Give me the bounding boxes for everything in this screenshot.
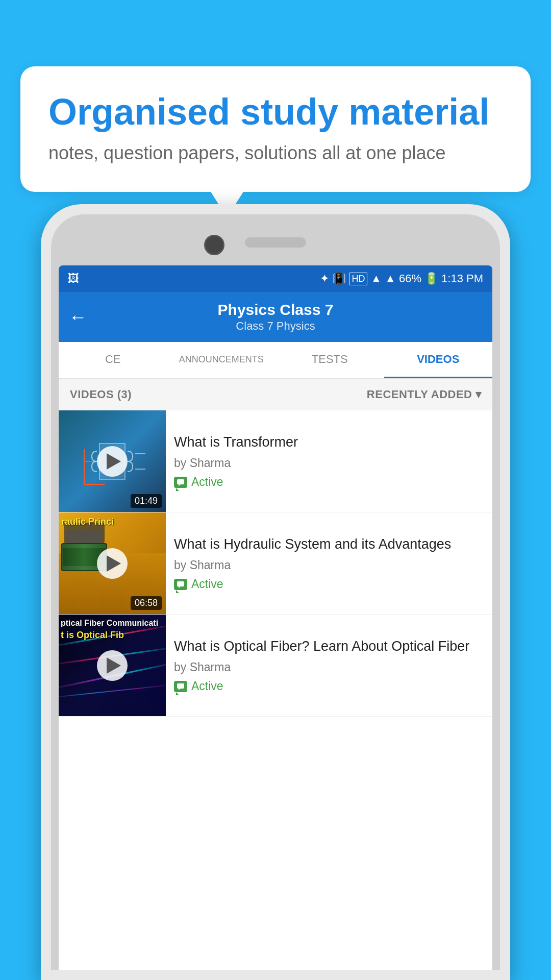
svg-marker-10: [179, 586, 181, 588]
hd-badge: HD: [349, 273, 367, 285]
svg-rect-7: [177, 479, 184, 484]
play-triangle-2: [107, 555, 121, 572]
top-navigation-bar: ← Physics Class 7 Class 7 Physics: [59, 292, 492, 342]
bluetooth-icon: ✦: [320, 272, 329, 285]
play-triangle-3: [107, 657, 121, 674]
video-author-2: by Sharma: [174, 558, 484, 572]
back-button[interactable]: ←: [69, 308, 87, 326]
chat-svg-2: [177, 581, 185, 588]
videos-count: VIDEOS (3): [70, 388, 132, 401]
top-bar-title-area: Physics Class 7 Class 7 Physics: [97, 301, 454, 333]
tab-videos[interactable]: VIDEOS: [384, 342, 493, 378]
play-button-2[interactable]: [97, 548, 128, 579]
phone-camera: [204, 235, 224, 255]
chat-svg-1: [177, 479, 185, 486]
video-item-1[interactable]: 01:49 What is Transformer by Sharma Acti…: [59, 410, 492, 512]
tab-tests[interactable]: TESTS: [276, 342, 384, 378]
videos-header: VIDEOS (3) RECENTLY ADDED ▾: [59, 379, 492, 410]
play-button-3[interactable]: [97, 650, 128, 681]
video-title-3: What is Optical Fiber? Learn About Optic…: [174, 638, 484, 655]
video-title-1: What is Transformer: [174, 433, 484, 451]
video-status-2: Active: [174, 577, 484, 591]
time-display: 1:13 PM: [441, 272, 483, 285]
phone-inner: 🖼 ✦ 📳 HD ▲ ▲ 66% 🔋 1:13 PM ← Physics Cla…: [51, 214, 500, 970]
wifi-icon: ▲: [370, 272, 382, 285]
breadcrumb: Class 7 Physics: [97, 320, 454, 333]
notification-icon: 🖼: [68, 272, 79, 285]
active-icon-1: [174, 477, 187, 488]
video-status-3: Active: [174, 679, 484, 693]
svg-marker-8: [179, 484, 181, 486]
video-status-1: Active: [174, 475, 484, 489]
video-info-1: What is Transformer by Sharma Active: [166, 410, 492, 512]
sort-label: RECENTLY ADDED: [367, 388, 472, 401]
status-bar: 🖼 ✦ 📳 HD ▲ ▲ 66% 🔋 1:13 PM: [59, 265, 492, 292]
svg-marker-12: [179, 689, 181, 690]
active-label-3: Active: [191, 679, 223, 693]
active-icon-3: [174, 681, 187, 692]
video-item-3[interactable]: ptical Fiber Communicati t is Optical Fi…: [59, 615, 492, 717]
video-list: 01:49 What is Transformer by Sharma Acti…: [59, 410, 492, 717]
video-thumb-2: raulic Princi 06:58: [59, 512, 166, 614]
duration-badge-2: 06:58: [131, 596, 162, 610]
active-label-2: Active: [191, 577, 223, 591]
phone-screen: 🖼 ✦ 📳 HD ▲ ▲ 66% 🔋 1:13 PM ← Physics Cla…: [59, 265, 492, 970]
tab-announcements[interactable]: ANNOUNCEMENTS: [167, 342, 276, 378]
play-triangle-1: [107, 453, 121, 470]
svg-rect-11: [177, 683, 184, 689]
video-item-2[interactable]: raulic Princi 06:58 What is Hydraulic Sy…: [59, 512, 492, 615]
chat-svg-3: [177, 683, 185, 690]
svg-rect-9: [177, 581, 184, 586]
status-right: ✦ 📳 HD ▲ ▲ 66% 🔋 1:13 PM: [320, 272, 483, 285]
tab-ce[interactable]: CE: [59, 342, 167, 378]
video-info-3: What is Optical Fiber? Learn About Optic…: [166, 615, 492, 716]
battery-text: 66%: [399, 272, 421, 285]
battery-icon: 🔋: [424, 272, 438, 285]
video-info-2: What is Hydraulic System and its Advanta…: [166, 512, 492, 614]
page-title: Physics Class 7: [97, 301, 454, 318]
tab-bar: CE ANNOUNCEMENTS TESTS VIDEOS: [59, 342, 492, 379]
video-thumb-1: 01:49: [59, 410, 166, 512]
active-icon-2: [174, 579, 187, 590]
hero-title: Organised study material: [48, 92, 503, 132]
status-left: 🖼: [68, 272, 79, 285]
play-button-1[interactable]: [97, 446, 128, 477]
signal-icon: ▲: [385, 272, 396, 285]
video-author-1: by Sharma: [174, 456, 484, 470]
hero-subtitle: notes, question papers, solutions all at…: [48, 142, 503, 164]
chevron-down-icon: ▾: [475, 388, 482, 401]
duration-badge-1: 01:49: [131, 494, 162, 508]
active-label-1: Active: [191, 475, 223, 489]
video-title-2: What is Hydraulic System and its Advanta…: [174, 535, 484, 553]
video-author-3: by Sharma: [174, 660, 484, 674]
thumb-bg-3: ptical Fiber Communicati t is Optical Fi…: [59, 615, 166, 716]
phone-mockup: 🖼 ✦ 📳 HD ▲ ▲ 66% 🔋 1:13 PM ← Physics Cla…: [41, 204, 510, 980]
phone-speaker: [245, 237, 306, 248]
speech-bubble: Organised study material notes, question…: [20, 66, 531, 192]
sort-button[interactable]: RECENTLY ADDED ▾: [367, 388, 481, 401]
vibrate-icon: 📳: [332, 272, 346, 285]
video-thumb-3: ptical Fiber Communicati t is Optical Fi…: [59, 615, 166, 716]
